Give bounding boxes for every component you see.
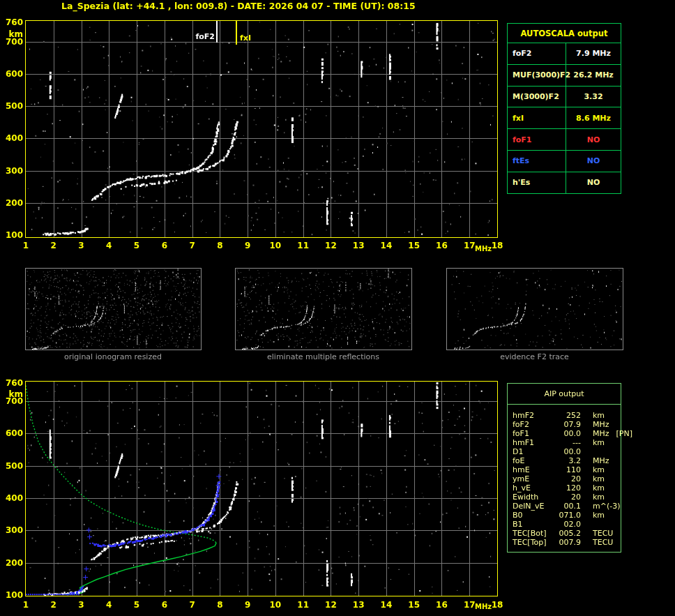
x-tick-label: 8 — [211, 241, 228, 250]
aip-row-value: 252 — [554, 411, 581, 420]
x-tick-label: 1 — [17, 241, 34, 250]
aip-row-unit: MHz — [593, 429, 609, 438]
x-tick-label: 11 — [295, 241, 312, 250]
aip-row: B102.0 — [513, 520, 621, 529]
aip-row-value: 110 — [554, 465, 581, 474]
x-tick-label: 7 — [184, 241, 201, 250]
autoscala-row-label: MUF(3000)F2 — [508, 65, 566, 87]
y-tick-label: 300 — [1, 166, 23, 176]
x-tick-label: 16 — [433, 241, 450, 250]
autoscala-row-label: foF1 — [508, 129, 566, 151]
aip-row: foF207.9MHz — [513, 420, 621, 429]
x-tick-label: 13 — [350, 600, 367, 610]
autoscala-row-label: foF2 — [508, 43, 566, 65]
aip-row-label: hmF1 — [513, 438, 554, 447]
y-tick-label: 500 — [1, 461, 23, 471]
y-tick-label: 760 — [1, 17, 23, 27]
x-tick-label: 18 — [489, 241, 506, 250]
aip-row-value: 071.0 — [554, 511, 581, 520]
aip-row-label: TEC[Bot] — [513, 529, 554, 538]
x-tick-label: 9 — [239, 600, 256, 610]
aip-row-unit: m^(-3) — [593, 502, 620, 511]
x-tick-label: 1 — [17, 600, 34, 610]
aip-row-value: 07.9 — [554, 420, 581, 429]
x-tick-label: 4 — [100, 241, 117, 250]
autoscala-row-label: h'Es — [508, 172, 566, 194]
aip-row-label: foF1 — [513, 429, 554, 438]
aip-row: TEC[Bot]005.2TECU — [513, 529, 621, 538]
x-tick-label: 2 — [45, 600, 62, 610]
aip-table-header: AIP output — [508, 384, 621, 405]
x-tick-label: 15 — [406, 241, 423, 250]
aip-row-value: 120 — [554, 483, 581, 493]
aip-row-unit: MHz — [593, 420, 609, 429]
panel-caption-original: original ionogram resized — [25, 352, 201, 361]
aip-row-unit: km — [593, 493, 605, 502]
x-tick-label: 16 — [433, 600, 450, 610]
aip-row-unit: km — [593, 511, 605, 520]
x-tick-label: 13 — [350, 241, 367, 250]
x-tick-label: 3 — [73, 600, 90, 610]
y-tick-label: 200 — [1, 198, 23, 208]
aip-output-table: AIP output hmF2252kmfoF207.9MHzfoF100.0M… — [507, 383, 621, 553]
autoscala-row-value: 3.32 — [566, 87, 621, 108]
x-tick-label: 2 — [45, 241, 62, 250]
aip-row-value: 02.0 — [554, 520, 581, 529]
aip-row-label: foE — [513, 456, 554, 465]
aip-row-unit: km — [593, 411, 605, 420]
foF2-marker-label: foF2 — [184, 32, 215, 41]
panel-caption-eliminate: eliminate multiple reflections — [235, 352, 411, 361]
x-tick-label: 18 — [489, 600, 506, 610]
aip-row: foF100.0MHz[PN] — [513, 429, 621, 438]
aip-row-unit: TECU — [593, 529, 613, 538]
aip-row-label: ymE — [513, 474, 554, 483]
x-tick-label: 17 — [461, 241, 478, 250]
x-tick-label: 8 — [211, 600, 228, 610]
aip-row-unit: km — [593, 438, 605, 447]
aip-row: TEC[Top]007.9TECU — [513, 538, 621, 547]
x-tick-label: 15 — [406, 600, 423, 610]
autoscala-table-header: AUTOSCALA output — [508, 24, 621, 43]
y-tick-label: 200 — [1, 558, 23, 568]
y-tick-label: 500 — [1, 101, 23, 111]
fxI-marker-label: fxI — [240, 33, 251, 43]
y-tick-label: 100 — [1, 590, 23, 600]
aip-row-unit: TECU — [593, 538, 613, 547]
x-tick-label: 10 — [267, 241, 284, 250]
aip-row-value: 20 — [554, 493, 581, 502]
aip-row: D100.0 — [513, 447, 621, 456]
y-tick-label: 300 — [1, 525, 23, 535]
x-tick-label: 6 — [156, 241, 173, 250]
y-tick-label: 760 — [1, 378, 23, 388]
aip-row: hmE110km — [513, 465, 621, 474]
aip-row-label: hmE — [513, 465, 554, 474]
y-tick-label: 100 — [1, 230, 23, 240]
x-tick-label: 7 — [184, 600, 201, 610]
x-tick-label: 17 — [461, 600, 478, 610]
autoscala-row-value: NO — [566, 151, 621, 172]
x-tick-label: 14 — [378, 241, 395, 250]
autoscala-row-value: 8.6 MHz — [566, 107, 621, 129]
x-tick-label: 12 — [322, 600, 339, 610]
aip-row-value: 00.1 — [554, 502, 581, 511]
aip-row-value: 00.0 — [554, 429, 581, 438]
aip-row: B0071.0km — [513, 511, 621, 520]
x-tick-label: 12 — [322, 241, 339, 250]
aip-row-label: h_vE — [513, 483, 554, 493]
y-tick-label: 600 — [1, 69, 23, 79]
aip-row-unit: MHz — [593, 456, 609, 465]
x-tick-label: 5 — [128, 241, 145, 250]
autoscala-row-value: 7.9 MHz — [566, 43, 621, 65]
x-tick-label: 11 — [295, 600, 312, 610]
aip-row-label: hmF2 — [513, 411, 554, 420]
aip-row: ymE20km — [513, 474, 621, 483]
y-tick-label: 700 — [1, 396, 23, 406]
aip-row: foE3.2MHz — [513, 456, 621, 465]
x-tick-label: 14 — [378, 600, 395, 610]
aip-row-label: D1 — [513, 447, 554, 456]
autoscala-output-table: AUTOSCALA output foF27.9 MHzMUF(3000)F22… — [507, 23, 621, 194]
aip-row-label: DelN_vE — [513, 502, 554, 511]
aip-row: Ewidth20km — [513, 493, 621, 502]
page-title: La_Spezia (lat: +44.1 , lon: 009.8) - DA… — [61, 1, 416, 11]
x-tick-label: 4 — [100, 600, 117, 610]
